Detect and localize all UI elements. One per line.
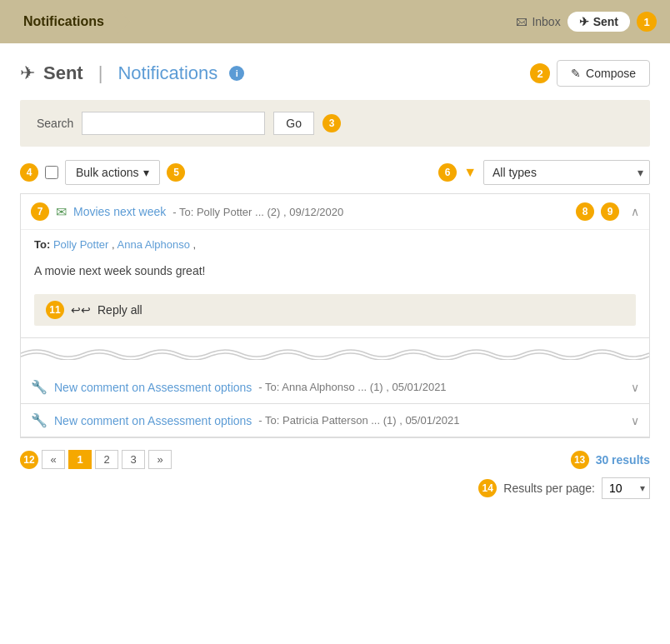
msg-meta-2: - To: Anna Alphonso ... (1) , 05/01/2021 xyxy=(258,381,446,393)
notifications-heading: Notifications xyxy=(118,62,218,84)
inbox-icon: 🖂 xyxy=(516,15,528,28)
expand-icon-2[interactable]: ∨ xyxy=(631,381,639,394)
badge-11: 11 xyxy=(46,301,64,319)
sent-page-icon: ✈ xyxy=(20,62,35,84)
top-bar-title: Notifications xyxy=(13,9,131,34)
bulk-actions-label: Bulk actions xyxy=(76,166,138,179)
badge-8: 8 xyxy=(576,202,594,221)
toolbar-row: 4 Bulk actions ▾ 5 6 ▼ All types Email S… xyxy=(0,160,670,193)
wrench-icon-2: 🔧 xyxy=(31,379,48,395)
page-next-button[interactable]: » xyxy=(148,450,172,469)
inbox-label: Inbox xyxy=(532,15,560,28)
badge-5: 5 xyxy=(167,163,185,182)
sent-nav-label: Sent xyxy=(593,15,618,28)
results-count: 30 results xyxy=(596,453,650,467)
message-body-1: To: Polly Potter , Anna Alphonso , A mov… xyxy=(21,229,649,337)
type-filter-select[interactable]: All types Email System Forum xyxy=(483,160,650,185)
msg-title-1[interactable]: Movies next week xyxy=(73,205,166,218)
per-page-select[interactable]: 10 20 50 100 xyxy=(602,477,650,499)
badge-12: 12 xyxy=(20,451,38,469)
to-name-anna: Anna Alphonso xyxy=(118,238,190,251)
message-header-1[interactable]: 7 ✉ Movies next week - To: Polly Potter … xyxy=(21,194,649,229)
msg-title-2[interactable]: New comment on Assessment options xyxy=(54,381,252,394)
page-header: ✈ Sent | Notifications i 2 ✎ Compose xyxy=(0,43,670,100)
info-icon[interactable]: i xyxy=(229,66,244,81)
page-2-button[interactable]: 2 xyxy=(95,450,118,469)
message-row-2: 🔧 New comment on Assessment options - To… xyxy=(21,371,649,404)
msg-meta-1: - To: Polly Potter ... (2) , 09/12/2020 xyxy=(172,206,343,218)
top-bar: Notifications 🖂 Inbox ✈ Sent 1 xyxy=(0,0,670,43)
badge-14: 14 xyxy=(478,479,497,497)
message-row: 7 ✉ Movies next week - To: Polly Potter … xyxy=(21,194,649,338)
bulk-actions-button[interactable]: Bulk actions ▾ xyxy=(65,160,160,185)
results-right: 13 30 results xyxy=(571,451,650,469)
email-icon-1: ✉ xyxy=(56,204,67,220)
per-page-label: Results per page: xyxy=(503,482,595,495)
pagination-row: 12 « 1 2 3 » 13 30 results xyxy=(0,438,670,477)
compose-area: 2 ✎ Compose xyxy=(530,60,650,87)
inbox-link[interactable]: 🖂 Inbox xyxy=(516,15,560,28)
badge-6: 6 xyxy=(438,163,457,182)
reply-all-bar[interactable]: 11 ↩↩ Reply all xyxy=(34,294,636,326)
filter-icon: ▼ xyxy=(463,165,477,180)
expand-icon-3[interactable]: ∨ xyxy=(631,414,639,427)
pagination-left: 12 « 1 2 3 » xyxy=(20,450,172,469)
message-text-1: A movie next week sounds great! xyxy=(34,257,636,284)
message-header-3[interactable]: 🔧 New comment on Assessment options - To… xyxy=(21,404,649,437)
sent-link[interactable]: ✈ Sent xyxy=(568,12,630,32)
search-go-button[interactable]: Go xyxy=(273,112,314,135)
search-label: Search xyxy=(37,117,73,130)
badge-9: 9 xyxy=(601,202,619,221)
page-header-left: ✈ Sent | Notifications i xyxy=(20,62,244,84)
search-input[interactable] xyxy=(82,112,265,135)
message-header-2[interactable]: 🔧 New comment on Assessment options - To… xyxy=(21,371,649,403)
page-1-button[interactable]: 1 xyxy=(68,450,92,469)
collapse-icon-1[interactable]: ∧ xyxy=(631,205,639,218)
badge-2: 2 xyxy=(530,63,550,83)
to-comma-1: , xyxy=(193,238,197,251)
sent-nav-icon: ✈ xyxy=(579,15,589,28)
message-row-3: 🔧 New comment on Assessment options - To… xyxy=(21,404,649,437)
to-label-1: To: xyxy=(34,238,50,251)
wavy-separator xyxy=(21,338,649,371)
type-filter-wrapper: All types Email System Forum xyxy=(483,160,650,185)
compose-icon: ✎ xyxy=(571,67,581,80)
msg-meta-3: - To: Patricia Patterson ... (1) , 05/01… xyxy=(258,414,459,427)
sent-page-label: Sent xyxy=(43,62,83,84)
header-separator: | xyxy=(98,62,103,84)
reply-all-label: Reply all xyxy=(98,303,142,317)
per-page-row: 14 Results per page: 10 20 50 100 xyxy=(0,477,670,512)
badge-4: 4 xyxy=(20,163,38,182)
top-bar-right: 🖂 Inbox ✈ Sent 1 xyxy=(516,12,657,32)
page-3-button[interactable]: 3 xyxy=(122,450,145,469)
message-to-1: To: Polly Potter , Anna Alphonso , xyxy=(34,238,636,251)
compose-button[interactable]: ✎ Compose xyxy=(557,60,650,87)
select-all-checkbox[interactable] xyxy=(45,166,58,179)
wrench-icon-3: 🔧 xyxy=(31,412,48,428)
search-bar: Search Go 3 xyxy=(20,100,650,147)
messages-container: 7 ✉ Movies next week - To: Polly Potter … xyxy=(20,193,650,438)
msg-title-3[interactable]: New comment on Assessment options xyxy=(54,414,252,427)
badge-7: 7 xyxy=(31,202,49,221)
bulk-actions-chevron: ▾ xyxy=(143,166,149,179)
badge-13: 13 xyxy=(571,451,589,469)
reply-all-icon: ↩↩ xyxy=(71,303,91,317)
compose-label: Compose xyxy=(586,67,636,80)
page-prev-button[interactable]: « xyxy=(42,450,65,469)
per-page-wrapper: 10 20 50 100 xyxy=(602,477,650,499)
badge-1: 1 xyxy=(637,12,657,32)
to-name-polly: Polly Potter xyxy=(53,238,108,251)
badge-3: 3 xyxy=(322,114,341,132)
